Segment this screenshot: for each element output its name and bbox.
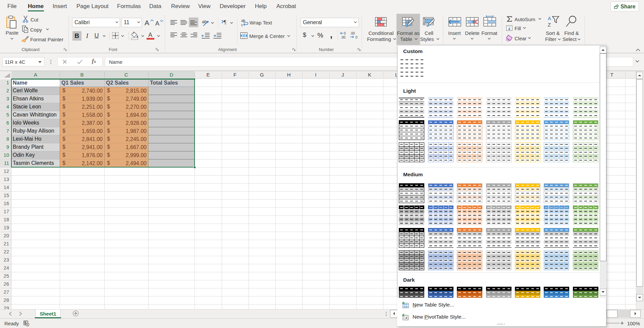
svg-text:¶: ¶ — [224, 19, 226, 25]
svg-text:ab: ab — [241, 19, 245, 22]
svg-text:c: c — [241, 23, 243, 27]
svg-text:Z: Z — [548, 22, 551, 28]
svg-text:A: A — [548, 15, 551, 21]
